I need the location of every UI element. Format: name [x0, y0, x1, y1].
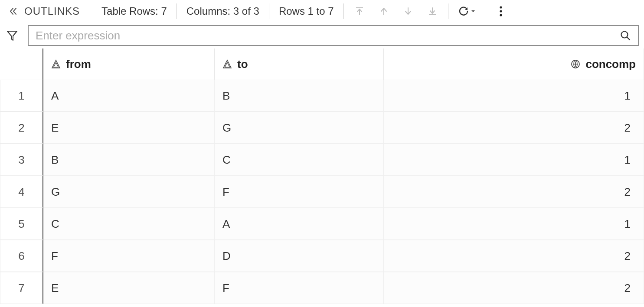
cell-to[interactable]: D: [215, 240, 384, 272]
page-first-button[interactable]: [353, 5, 366, 17]
cell-from[interactable]: E: [43, 272, 215, 304]
expression-input-wrap: [28, 25, 639, 46]
column-label: from: [66, 58, 91, 71]
cell-to[interactable]: F: [215, 272, 384, 304]
svg-point-3: [500, 10, 502, 12]
columns-label: Columns: 3 of 3: [186, 5, 259, 17]
search-button[interactable]: [619, 29, 632, 42]
cell-from[interactable]: G: [43, 176, 215, 208]
cell-concomp[interactable]: 2: [384, 176, 644, 208]
column-header-concomp[interactable]: concomp: [384, 48, 644, 80]
svg-point-4: [500, 14, 502, 16]
filter-button[interactable]: [4, 28, 20, 43]
page-prev-button[interactable]: [378, 5, 390, 17]
row-number-cell[interactable]: 6: [0, 240, 43, 272]
row-number-cell[interactable]: 5: [0, 208, 43, 240]
toolbar: OUTLINKS Table Rows: 7 Columns: 3 of 3 R…: [0, 0, 644, 23]
table-rows-label: Table Rows: 7: [101, 5, 167, 17]
row-number-cell[interactable]: 1: [0, 80, 43, 112]
page-last-button[interactable]: [426, 5, 438, 17]
cell-concomp[interactable]: 1: [384, 208, 644, 240]
data-table: from to concomp 1AB12EG23BC14GF25CA16FD2…: [0, 48, 644, 304]
cell-concomp[interactable]: 1: [384, 80, 644, 112]
column-label: concomp: [585, 58, 636, 71]
row-number-header: [0, 48, 43, 80]
filter-row: [0, 23, 644, 48]
column-label: to: [237, 58, 248, 71]
svg-point-2: [500, 6, 502, 8]
cell-to[interactable]: B: [215, 80, 384, 112]
cell-concomp[interactable]: 2: [384, 112, 644, 144]
cell-concomp[interactable]: 2: [384, 240, 644, 272]
char-type-icon: [51, 59, 61, 69]
separator: [343, 3, 344, 19]
cell-from[interactable]: C: [43, 208, 215, 240]
expression-input[interactable]: [35, 29, 619, 43]
collapse-panel-button[interactable]: [6, 3, 21, 19]
char-type-icon: [222, 59, 232, 69]
page-next-button[interactable]: [402, 5, 414, 17]
cell-from[interactable]: F: [43, 240, 215, 272]
row-number-cell[interactable]: 7: [0, 272, 43, 304]
pagination-group: [353, 5, 438, 17]
svg-line-6: [627, 37, 630, 40]
cell-to[interactable]: F: [215, 176, 384, 208]
cell-concomp[interactable]: 2: [384, 272, 644, 304]
separator: [177, 3, 177, 19]
separator: [448, 3, 448, 19]
cell-to[interactable]: A: [215, 208, 384, 240]
refresh-menu-button[interactable]: [458, 6, 475, 17]
column-header-to[interactable]: to: [215, 48, 384, 80]
cell-from[interactable]: E: [43, 112, 215, 144]
panel-title: OUTLINKS: [24, 5, 80, 17]
cell-from[interactable]: A: [43, 80, 215, 112]
cell-to[interactable]: C: [215, 144, 384, 176]
separator: [269, 3, 269, 19]
separator: [485, 3, 485, 19]
row-number-cell[interactable]: 2: [0, 112, 43, 144]
row-number-cell[interactable]: 3: [0, 144, 43, 176]
numeric-type-icon: [571, 59, 580, 69]
dropdown-caret-icon: [471, 9, 475, 13]
cell-to[interactable]: G: [215, 112, 384, 144]
rows-range-label: Rows 1 to 7: [279, 5, 334, 17]
cell-concomp[interactable]: 1: [384, 144, 644, 176]
row-number-cell[interactable]: 4: [0, 176, 43, 208]
column-header-from[interactable]: from: [43, 48, 215, 80]
more-menu-button[interactable]: [495, 5, 507, 17]
cell-from[interactable]: B: [43, 144, 215, 176]
refresh-icon: [458, 6, 469, 17]
